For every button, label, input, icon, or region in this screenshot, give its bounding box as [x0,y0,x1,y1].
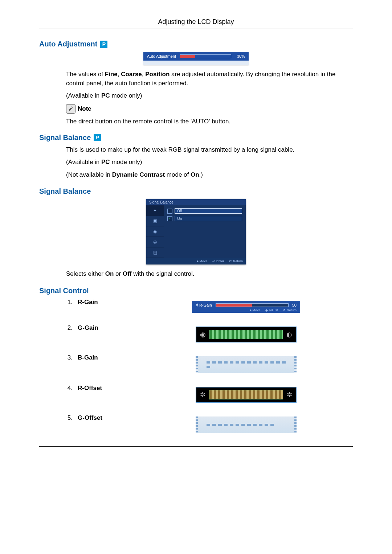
osd-sb-option-on-label: On [175,216,242,221]
osd-auto-bottom [143,61,249,65]
list-number: 2. [66,324,73,332]
sb-not-available: (Not available in Dynamic Contrast mode … [66,171,353,180]
list-label-r-gain: R-Gain [78,299,98,306]
subheading-signal-balance: Signal Balance [39,187,353,196]
osd-g-gain-pattern: ◉ ◐ [196,327,297,342]
osd-rgain-track [216,303,289,307]
sb-para-1: This is used to make up for the weak RGB… [66,145,353,155]
osd-rgain-footer-return: ↺ Return [283,308,297,312]
list-label-b-gain: B-Gain [78,354,98,361]
p-badge-icon: P [100,41,107,48]
osd-sb-option-on: ✔ On [167,216,242,221]
heading-signal-balance-text: Signal Balance [39,134,91,142]
osd-auto-progress-track [180,54,231,58]
osd-auto-progress-fill [180,55,195,58]
osd-auto-label: Auto Adjustment [147,54,176,58]
subheading-signal-control: Signal Control [39,287,353,295]
osd-auto-value: 30% [235,54,245,58]
pattern-bars [209,390,283,399]
note-pencil-icon [66,104,75,114]
p-badge-icon: P [94,134,101,141]
osd-sb-tab-icon: ▤ [146,247,164,258]
moon-icon: ◐ [286,331,292,338]
osd-sb-footer-return: ↺ Return [229,259,243,263]
sb-select-text: Selects either On or Off with the signal… [66,270,353,279]
osd-auto-adjustment: Auto Adjustment 30% [143,52,249,65]
osd-sb-title: Signal Balance [146,199,246,205]
list-number: 1. [66,299,73,306]
page-title: Adjusting the LCD Display [39,18,353,29]
osd-rgain-value: 50 [292,303,297,307]
list-number: 3. [66,354,73,361]
list-item: 3. B-Gain [66,354,353,375]
osd-sb-checkbox: ✔ [167,216,172,221]
note-row: Note [66,104,353,114]
arrow-up-down-icon: ▲▼ [196,303,199,307]
list-item: 5. G-Offset [66,414,353,435]
gear-icon: ✲ [287,391,292,399]
osd-g-offset-pattern [196,416,297,433]
heading-auto-adjustment: Auto Adjustment P [39,40,353,48]
osd-sb-sidebar: ✦ ▣ ◉ ◎ ▤ [146,205,164,258]
osd-r-offset-pattern: ✲ ✲ [196,387,297,403]
osd-sb-tab-icon: ✦ [146,205,164,216]
osd-sb-tab-icon: ◎ [146,237,164,247]
list-item: 1. R-Gain ▲▼ R-Gain 50 [66,299,353,315]
osd-sb-tab-icon: ▣ [146,216,164,226]
osd-rgain-fill [216,304,252,307]
list-item: 2. G-Gain ◉ ◐ [66,324,353,345]
osd-rgain-footer-move: ♦ Move [250,308,260,312]
list-number: 4. [66,385,73,392]
auto-adj-availability: (Available in PC mode only) [66,91,353,100]
auto-adj-para-1: The values of Fine, Coarse, Position are… [66,70,353,88]
sb-availability: (Available in PC mode only) [66,158,353,167]
eye-icon: ◉ [200,331,206,338]
heading-auto-adjustment-text: Auto Adjustment [39,40,97,48]
osd-rgain-footer-adjust: ◆ Adjust [265,308,278,312]
osd-sb-footer-enter: ↵ Enter [212,259,224,263]
osd-sb-option-off-label: Off [175,208,242,214]
osd-r-gain: ▲▼ R-Gain 50 ♦ Move ◆ Adjust ↺ Return [192,301,300,313]
pattern-bars [209,330,283,339]
footer-rule [39,446,353,447]
osd-sb-option-off: Off [167,208,242,214]
auto-adj-note-text: The direct button on the remote control … [66,117,353,126]
osd-b-gain-pattern [196,356,297,373]
osd-sb-checkbox [167,209,172,214]
osd-signal-balance: Signal Balance ✦ ▣ ◉ ◎ ▤ Off ✔ On [146,199,246,264]
note-label: Note [78,105,91,112]
osd-rgain-label: R-Gain [199,303,212,307]
list-label-g-offset: G-Offset [78,414,102,422]
list-number: 5. [66,414,73,422]
list-label-r-offset: R-Offset [78,385,102,392]
osd-sb-tab-icon: ◉ [146,226,164,237]
list-item: 4. R-Offset ✲ ✲ [66,385,353,405]
osd-sb-footer-move: ♦ Move [197,259,207,263]
list-label-g-gain: G-Gain [78,324,98,332]
gear-icon: ✲ [200,391,205,399]
heading-signal-balance: Signal Balance P [39,134,353,142]
